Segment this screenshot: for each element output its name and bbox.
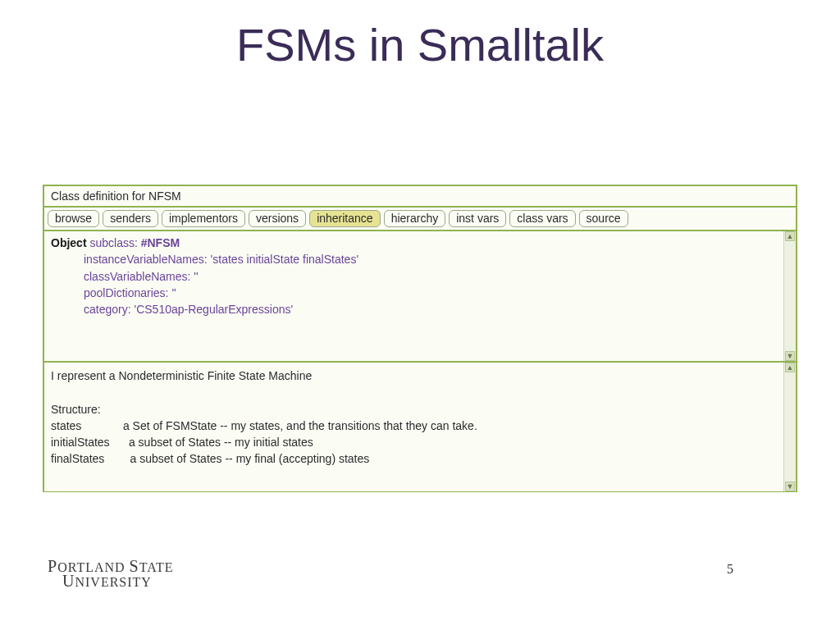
code-scrollbar[interactable]: ▲ ▼ — [783, 231, 796, 361]
subclass-keyword: subclass: — [87, 236, 141, 249]
keyword-token: category: — [84, 303, 131, 316]
university-logo: PORTLAND STATE UNIVERSITY — [48, 558, 174, 589]
keyword-token: classVariableNames: — [84, 270, 190, 283]
logo-text: U — [62, 572, 75, 590]
keyword-token: instanceVariableNames: — [84, 253, 208, 266]
toolbar-button-class-vars[interactable]: class vars — [509, 210, 575, 227]
slide-title: FSMs in Smalltalk — [0, 18, 840, 71]
toolbar-button-inheritance[interactable]: inheritance — [309, 210, 381, 227]
toolbar-button-hierarchy[interactable]: hierarchy — [384, 210, 446, 227]
string-token: 'states initialState finalStates' — [211, 253, 358, 266]
class-name: #NFSM — [141, 236, 180, 249]
toolbar-button-implementors[interactable]: implementors — [162, 210, 245, 227]
string-token: '' — [194, 270, 198, 283]
string-token: 'CS510ap-RegularExpressions' — [134, 303, 293, 316]
logo-text: P — [48, 557, 57, 575]
toolbar: browsesendersimplementorsversionsinherit… — [44, 208, 796, 231]
class-comment: I represent a Nondeterministic Finite St… — [51, 368, 781, 468]
keyword-token: poolDictionaries: — [84, 286, 169, 299]
toolbar-button-source[interactable]: source — [579, 210, 628, 227]
object-token: Object — [51, 236, 87, 249]
scroll-up-icon[interactable]: ▲ — [785, 363, 795, 372]
comment-scrollbar[interactable]: ▲ ▼ — [783, 363, 796, 491]
logo-text: NIVERSITY — [75, 575, 151, 589]
scroll-down-icon[interactable]: ▼ — [785, 482, 795, 491]
comment-pane[interactable]: I represent a Nondeterministic Finite St… — [44, 363, 796, 491]
window-titlebar: Class definition for NFSM — [44, 186, 796, 208]
toolbar-button-versions[interactable]: versions — [249, 210, 306, 227]
scroll-up-icon[interactable]: ▲ — [785, 231, 795, 241]
string-token: '' — [171, 286, 176, 299]
toolbar-button-inst-vars[interactable]: inst vars — [449, 210, 506, 227]
toolbar-button-browse[interactable]: browse — [48, 210, 99, 227]
smalltalk-browser-window: Class definition for NFSM browsesendersi… — [43, 185, 797, 492]
page-number: 5 — [727, 562, 733, 577]
toolbar-button-senders[interactable]: senders — [103, 210, 158, 227]
scroll-down-icon[interactable]: ▼ — [785, 351, 795, 361]
code-pane[interactable]: Object subclass: #NFSM instanceVariableN… — [44, 231, 796, 363]
class-definition-source: Object subclass: #NFSM instanceVariableN… — [51, 235, 781, 317]
